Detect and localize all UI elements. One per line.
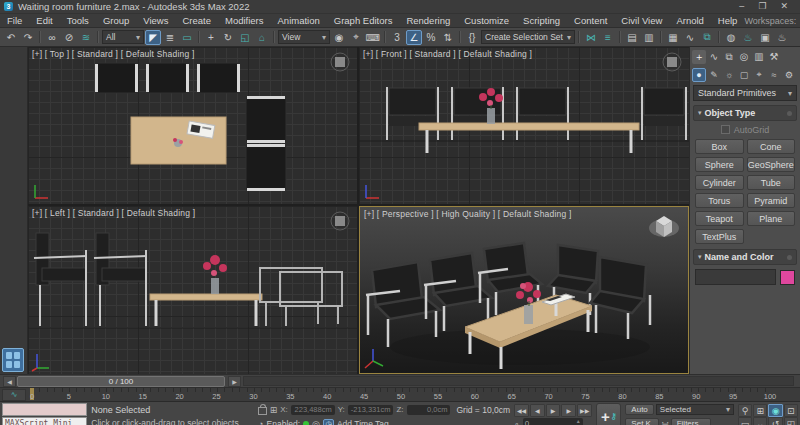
time-tag-icon[interactable]: ◷ bbox=[323, 419, 334, 425]
go-to-end-button[interactable]: ▶▶ bbox=[577, 404, 592, 417]
edit-named-selection-sets-icon[interactable]: {} bbox=[464, 30, 480, 45]
current-frame-field[interactable]: 0▲▼ bbox=[523, 418, 583, 425]
menu-scripting[interactable]: Scripting bbox=[516, 14, 567, 27]
selection-lock-icon[interactable] bbox=[258, 407, 267, 415]
add-time-tag[interactable]: Add Time Tag bbox=[337, 419, 389, 425]
tab-hierarchy[interactable]: ⧉ bbox=[722, 50, 736, 64]
minimize-button[interactable]: – bbox=[739, 1, 744, 12]
menu-animation[interactable]: Animation bbox=[271, 14, 327, 27]
key-filters-button[interactable]: Filters... bbox=[671, 418, 711, 425]
x-coordinate-field[interactable]: 223,488cm bbox=[291, 405, 335, 415]
curve-editor-icon[interactable]: ∿ bbox=[682, 30, 698, 45]
mini-curve-editor-button[interactable]: ∿ bbox=[2, 389, 26, 401]
key-filter-icon[interactable]: ∺ bbox=[661, 419, 669, 425]
viewport-left[interactable]: [+] [ Left ] [ Standard ] [ Default Shad… bbox=[28, 206, 357, 374]
menu-rendering[interactable]: Rendering bbox=[399, 14, 457, 27]
menu-help[interactable]: Help bbox=[711, 14, 745, 27]
bind-to-space-warp-icon[interactable]: ≋ bbox=[78, 30, 94, 45]
play-button[interactable]: ▶ bbox=[546, 404, 561, 417]
primitive-box-button[interactable]: Box bbox=[695, 139, 744, 154]
tab-utilities[interactable]: ⚒ bbox=[767, 50, 781, 64]
menu-group[interactable]: Group bbox=[96, 14, 136, 27]
mirror-icon[interactable]: ⋈ bbox=[583, 30, 599, 45]
render-production-icon[interactable]: ♨ bbox=[774, 30, 790, 45]
subtab-lights[interactable]: ☼ bbox=[722, 68, 736, 82]
primitive-textplus-button[interactable]: TextPlus bbox=[695, 229, 744, 244]
maxscript-listener-pane[interactable]: MAXScript Mini bbox=[2, 417, 87, 425]
viewport-front-label[interactable]: [+] [ Front ] [ Standard ] [ Default Sha… bbox=[363, 49, 532, 59]
subtab-cameras[interactable]: ▢ bbox=[737, 68, 751, 82]
primitive-teapot-button[interactable]: Teapot bbox=[695, 211, 744, 226]
select-and-move-icon[interactable]: + bbox=[203, 30, 219, 45]
viewport-top-label[interactable]: [+] [ Top ] [ Standard ] [ Default Shadi… bbox=[32, 49, 194, 59]
zoom-extents-all-icon[interactable]: ⊡ bbox=[784, 404, 798, 417]
viewcube-front[interactable] bbox=[661, 51, 683, 73]
keyboard-shortcut-override-icon[interactable]: ⌨ bbox=[365, 30, 381, 45]
use-pivot-point-icon[interactable]: ◉ bbox=[331, 30, 347, 45]
zoom-all-icon[interactable]: ⊞ bbox=[753, 404, 767, 417]
key-selected-dropdown[interactable]: Selected bbox=[656, 404, 734, 415]
primitive-cylinder-button[interactable]: Cylinder bbox=[695, 175, 744, 190]
align-icon[interactable]: ≡ bbox=[600, 30, 616, 45]
toggle-ring-icon[interactable]: ◎ bbox=[312, 419, 320, 425]
angle-snap-icon[interactable]: ∠ bbox=[406, 30, 422, 45]
select-object-icon[interactable]: ◤ bbox=[145, 30, 161, 45]
primitive-sphere-button[interactable]: Sphere bbox=[695, 157, 744, 172]
menu-tools[interactable]: Tools bbox=[60, 14, 96, 27]
tab-display[interactable]: ▥ bbox=[752, 50, 766, 64]
menu-edit[interactable]: Edit bbox=[29, 14, 59, 27]
close-button[interactable]: ✕ bbox=[780, 1, 788, 12]
percent-snap-icon[interactable]: % bbox=[423, 30, 439, 45]
select-and-manipulate-icon[interactable]: ⌖ bbox=[348, 30, 364, 45]
menu-create[interactable]: Create bbox=[175, 14, 218, 27]
undo-icon[interactable]: ↶ bbox=[3, 30, 19, 45]
viewport-perspective-label[interactable]: [+] [ Perspective ] [ High Quality ] [ D… bbox=[364, 209, 572, 219]
toggle-layer-explorer-icon[interactable]: ▥ bbox=[641, 30, 657, 45]
tab-create[interactable]: ＋ bbox=[692, 50, 706, 64]
tab-modify[interactable]: ∿ bbox=[707, 50, 721, 64]
primitive-category-dropdown[interactable]: Standard Primitives bbox=[693, 85, 797, 101]
tab-motion[interactable]: ◎ bbox=[737, 50, 751, 64]
menu-content[interactable]: Content bbox=[567, 14, 614, 27]
viewport-layout-tabs-button[interactable] bbox=[2, 348, 24, 372]
previous-frame-button[interactable]: ◀ bbox=[530, 404, 545, 417]
subtab-geometry[interactable]: ● bbox=[692, 68, 706, 82]
zoom-icon[interactable]: ⚲ bbox=[738, 404, 752, 417]
menu-views[interactable]: Views bbox=[136, 14, 175, 27]
viewport-top[interactable]: [+] [ Top ] [ Standard ] [ Default Shadi… bbox=[28, 47, 357, 204]
viewcube-left[interactable] bbox=[329, 210, 351, 232]
object-name-field[interactable] bbox=[695, 269, 776, 285]
orbit-icon[interactable]: ↺ bbox=[768, 417, 782, 425]
rendered-frame-window-icon[interactable]: ▣ bbox=[757, 30, 773, 45]
toggle-scene-explorer-icon[interactable]: ▤ bbox=[624, 30, 640, 45]
time-slider-track[interactable] bbox=[243, 376, 794, 386]
select-and-place-icon[interactable]: ⌂ bbox=[254, 30, 270, 45]
schematic-view-icon[interactable]: ⧉ bbox=[699, 30, 715, 45]
autogrid-checkbox[interactable] bbox=[721, 125, 730, 134]
go-to-start-button[interactable]: ◀◀ bbox=[514, 404, 529, 417]
pan-view-icon[interactable]: ↔ bbox=[753, 417, 767, 425]
viewport-front[interactable]: [+] [ Front ] [ Standard ] [ Default Sha… bbox=[359, 47, 689, 204]
zoom-extents-icon[interactable]: ◉ bbox=[768, 404, 782, 417]
render-setup-icon[interactable]: ♨ bbox=[740, 30, 756, 45]
zoom-region-icon[interactable]: ▭ bbox=[738, 417, 752, 425]
key-mode-toggle-icon[interactable]: ∘ bbox=[514, 419, 520, 425]
toggle-ribbon-icon[interactable]: ▦ bbox=[665, 30, 681, 45]
maxscript-mini-listener[interactable]: MAXScript Mini bbox=[2, 403, 87, 425]
absolute-mode-toggle-icon[interactable]: ⊞ bbox=[270, 405, 278, 415]
select-by-name-icon[interactable]: ≣ bbox=[162, 30, 178, 45]
object-type-rollout[interactable]: ▾ Object Type bbox=[693, 105, 797, 121]
maximize-button[interactable]: ❐ bbox=[758, 1, 766, 12]
menu-arnold[interactable]: Arnold bbox=[669, 14, 710, 27]
create-selection-set-dropdown[interactable]: Create Selection Set bbox=[481, 30, 575, 44]
subtab-systems[interactable]: ⚙ bbox=[782, 68, 796, 82]
selection-region-icon[interactable]: ▭ bbox=[179, 30, 195, 45]
y-coordinate-field[interactable]: -213,331cm bbox=[348, 405, 394, 415]
viewcube-perspective[interactable] bbox=[646, 211, 682, 243]
spinner-snap-icon[interactable]: ⇅ bbox=[440, 30, 456, 45]
subtab-shapes[interactable]: ✎ bbox=[707, 68, 721, 82]
subtab-helpers[interactable]: ⌖ bbox=[752, 68, 766, 82]
track-bar[interactable]: ∿ 05101520253035404550556065707580859095… bbox=[0, 388, 800, 402]
viewcube-top[interactable] bbox=[329, 51, 351, 73]
viewport-left-label[interactable]: [+] [ Left ] [ Standard ] [ Default Shad… bbox=[32, 208, 195, 218]
